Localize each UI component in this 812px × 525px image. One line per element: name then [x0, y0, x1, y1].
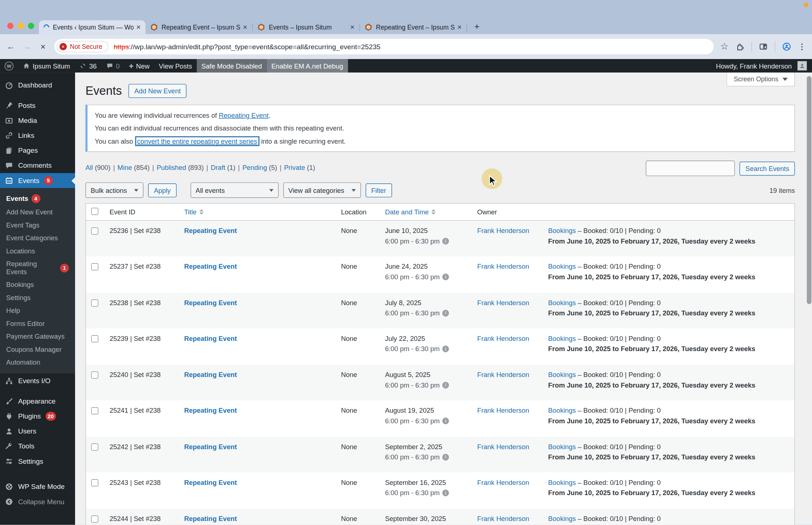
sidebar-item-events[interactable]: Events 5 [0, 173, 75, 188]
event-title-link[interactable]: Repeating Event [184, 407, 237, 414]
column-header-title[interactable]: Title [184, 208, 203, 215]
row-checkbox[interactable] [91, 515, 98, 522]
search-events-button[interactable]: Search Events [740, 162, 795, 175]
sidebar-item-events-io[interactable]: Events I/O [0, 373, 75, 388]
event-title-link[interactable]: Repeating Event [184, 479, 237, 486]
bookings-link[interactable]: Bookings [548, 407, 576, 414]
event-title-link[interactable]: Repeating Event [184, 299, 237, 306]
tab-events-front[interactable]: Events – Ipsum Situm [253, 20, 359, 34]
browser-menu-icon[interactable] [798, 42, 806, 51]
row-checkbox[interactable] [91, 263, 98, 271]
filter-button[interactable]: Filter [366, 183, 392, 197]
row-checkbox[interactable] [91, 407, 98, 415]
row-checkbox[interactable] [91, 479, 98, 486]
filter-all[interactable]: All [85, 164, 93, 171]
sidebar-item-settings[interactable]: Settings [0, 454, 75, 469]
updates-menu[interactable]: 36 [75, 59, 101, 73]
event-title-link[interactable]: Repeating Event [184, 443, 237, 450]
my-account-menu[interactable]: Howdy, Frank Henderson [711, 59, 812, 73]
owner-link[interactable]: Frank Henderson [477, 515, 529, 522]
row-checkbox[interactable] [91, 228, 98, 235]
filter-published[interactable]: Published [157, 164, 186, 171]
submenu-item-forms-editor[interactable]: Forms Editor [0, 317, 75, 330]
back-icon[interactable] [6, 42, 16, 51]
sidebar-item-wp-safe-mode[interactable]: WP Safe Mode [0, 479, 75, 494]
event-title-link[interactable]: Repeating Event [184, 262, 237, 270]
submenu-item-coupons-manager[interactable]: Coupons Manager [0, 343, 75, 356]
close-tab-icon[interactable] [350, 24, 355, 30]
owner-link[interactable]: Frank Henderson [477, 371, 529, 378]
zoom-window-button[interactable] [28, 23, 34, 29]
submenu-item-repeating-events[interactable]: Repeating Events1 [0, 257, 75, 278]
submenu-item-events[interactable]: Events4 [0, 192, 75, 206]
sidebar-item-plugins[interactable]: Plugins 20 [0, 409, 75, 424]
sidebar-item-users[interactable]: Users [0, 424, 75, 439]
row-checkbox[interactable] [91, 371, 98, 378]
filter-private[interactable]: Private [284, 164, 305, 171]
submenu-item-payment-gateways[interactable]: Payment Gateways [0, 330, 75, 343]
column-header-date[interactable]: Date and Time [385, 208, 436, 215]
filter-pending[interactable]: Pending [242, 164, 267, 171]
submenu-item-event-tags[interactable]: Event Tags [0, 219, 75, 232]
close-window-button[interactable] [7, 23, 13, 29]
view-posts-menu[interactable]: View Posts [154, 59, 197, 73]
bulk-actions-select[interactable]: Bulk actions [85, 182, 143, 198]
filter-draft[interactable]: Draft [211, 164, 225, 171]
owner-link[interactable]: Frank Henderson [477, 262, 529, 270]
minimize-window-button[interactable] [17, 23, 24, 29]
bookings-link[interactable]: Bookings [548, 262, 576, 270]
close-tab-icon[interactable] [136, 24, 141, 30]
categories-select[interactable]: View all categories [283, 182, 361, 198]
sidebar-item-dashboard[interactable]: Dashboard [0, 78, 75, 93]
side-panel-search-icon[interactable] [759, 42, 768, 51]
row-checkbox[interactable] [91, 443, 98, 451]
sidebar-item-pages[interactable]: Pages [0, 143, 75, 158]
screen-options-tab[interactable]: Screen Options [726, 73, 795, 86]
apply-button[interactable]: Apply [148, 183, 176, 197]
bookings-link[interactable]: Bookings [548, 371, 576, 378]
bookings-link[interactable]: Bookings [548, 335, 576, 342]
sidebar-item-posts[interactable]: Posts [0, 98, 75, 113]
submenu-item-locations[interactable]: Locations [0, 245, 75, 258]
owner-link[interactable]: Frank Henderson [477, 299, 529, 306]
new-content-menu[interactable]: New [124, 59, 154, 73]
repeating-event-link[interactable]: Repeating Event [219, 111, 269, 119]
row-checkbox[interactable] [91, 335, 98, 342]
sidebar-item-media[interactable]: Media [0, 113, 75, 128]
bookings-link[interactable]: Bookings [548, 443, 576, 450]
submenu-item-settings[interactable]: Settings [0, 291, 75, 304]
new-tab-button[interactable]: + [470, 20, 484, 34]
page-scrollbar[interactable] [807, 76, 812, 304]
search-input[interactable] [646, 160, 735, 176]
event-title-link[interactable]: Repeating Event [184, 515, 237, 522]
tab-repeating-event-2[interactable]: Repeating Event – Ipsum Situ [360, 20, 467, 34]
owner-link[interactable]: Frank Henderson [477, 335, 529, 342]
submenu-item-bookings[interactable]: Bookings [0, 278, 75, 291]
event-title-link[interactable]: Repeating Event [184, 335, 237, 342]
bookings-link[interactable]: Bookings [548, 515, 576, 522]
row-checkbox[interactable] [91, 299, 98, 307]
sidebar-item-appearance[interactable]: Appearance [0, 394, 75, 409]
event-title-link[interactable]: Repeating Event [184, 371, 237, 378]
address-bar[interactable]: Not Secure https://wp.lan/wp-admin/edit.… [54, 39, 714, 55]
owner-link[interactable]: Frank Henderson [477, 407, 529, 414]
owner-link[interactable]: Frank Henderson [477, 479, 529, 486]
tab-repeating-event-1[interactable]: Repeating Event – Ipsum Situ [145, 20, 252, 34]
bookings-link[interactable]: Bookings [548, 227, 576, 234]
safe-mode-menu[interactable]: Safe Mode Disabled [197, 59, 267, 73]
events-scope-select[interactable]: All events [190, 182, 278, 198]
sidebar-item-comments[interactable]: Comments [0, 158, 75, 173]
submenu-item-help[interactable]: Help [0, 304, 75, 317]
sidebar-item-links[interactable]: Links [0, 128, 75, 143]
owner-link[interactable]: Frank Henderson [477, 443, 529, 450]
em-debug-menu[interactable]: Enable EM A.net Debug [267, 59, 348, 73]
convert-series-link[interactable]: convert the entire repeating event serie… [135, 136, 259, 146]
select-all-checkbox[interactable] [91, 208, 98, 215]
wp-logo-menu[interactable]: W [0, 59, 18, 73]
site-name-menu[interactable]: Ipsum Situm [18, 59, 75, 73]
submenu-item-event-categories[interactable]: Event Categories [0, 232, 75, 245]
profile-icon[interactable] [782, 42, 792, 51]
submenu-item-automation[interactable]: Automation [0, 356, 75, 369]
submenu-item-add-new-event[interactable]: Add New Event [0, 206, 75, 219]
filter-mine[interactable]: Mine [117, 164, 132, 171]
